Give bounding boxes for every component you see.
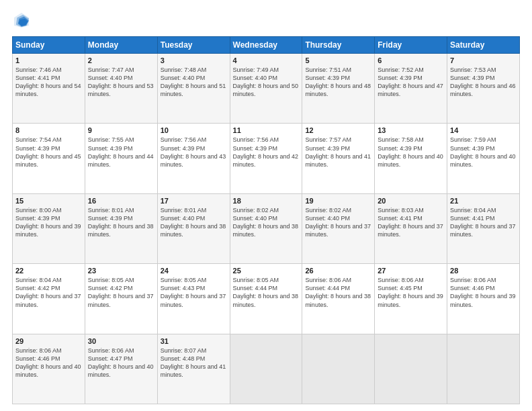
day-number: 14 <box>450 126 517 134</box>
day-info: Sunrise: 8:05 AMSunset: 4:44 PMDaylight:… <box>233 276 300 309</box>
day-number: 1 <box>15 56 82 64</box>
day-number: 8 <box>15 126 82 134</box>
day-number: 24 <box>161 267 227 275</box>
day-cell: 20Sunrise: 8:03 AMSunset: 4:41 PMDayligh… <box>375 193 447 263</box>
day-cell: 10Sunrise: 7:56 AMSunset: 4:39 PMDayligh… <box>157 124 230 193</box>
calendar-body: 1Sunrise: 7:46 AMSunset: 4:41 PMDaylight… <box>13 54 520 404</box>
day-cell: 8Sunrise: 7:54 AMSunset: 4:39 PMDaylight… <box>13 124 85 193</box>
day-cell: 19Sunrise: 8:02 AMSunset: 4:40 PMDayligh… <box>302 193 375 263</box>
day-cell: 24Sunrise: 8:05 AMSunset: 4:43 PMDayligh… <box>157 264 230 334</box>
day-cell: 12Sunrise: 7:57 AMSunset: 4:39 PMDayligh… <box>302 124 375 193</box>
day-number: 4 <box>233 56 300 64</box>
day-number: 19 <box>305 197 371 205</box>
week-row-4: 29Sunrise: 8:06 AMSunset: 4:46 PMDayligh… <box>13 334 520 404</box>
day-info: Sunrise: 7:49 AMSunset: 4:40 PMDaylight:… <box>233 66 300 99</box>
day-cell: 13Sunrise: 7:58 AMSunset: 4:39 PMDayligh… <box>375 124 447 193</box>
day-number: 31 <box>161 337 227 345</box>
day-info: Sunrise: 8:06 AMSunset: 4:46 PMDaylight:… <box>450 276 517 309</box>
day-info: Sunrise: 8:02 AMSunset: 4:40 PMDaylight:… <box>305 206 371 239</box>
header-row: SundayMondayTuesdayWednesdayThursdayFrid… <box>13 37 520 54</box>
day-info: Sunrise: 8:00 AMSunset: 4:39 PMDaylight:… <box>15 206 82 239</box>
day-number: 18 <box>233 197 300 205</box>
day-info: Sunrise: 7:57 AMSunset: 4:39 PMDaylight:… <box>305 136 371 169</box>
week-row-3: 22Sunrise: 8:04 AMSunset: 4:42 PMDayligh… <box>13 264 520 334</box>
day-number: 10 <box>161 126 227 134</box>
day-number: 26 <box>305 267 371 275</box>
day-number: 30 <box>88 337 154 345</box>
day-number: 11 <box>233 126 300 134</box>
day-info: Sunrise: 8:05 AMSunset: 4:43 PMDaylight:… <box>161 276 227 309</box>
day-info: Sunrise: 7:54 AMSunset: 4:39 PMDaylight:… <box>15 136 82 169</box>
calendar-header: SundayMondayTuesdayWednesdayThursdayFrid… <box>13 37 520 54</box>
day-cell: 4Sunrise: 7:49 AMSunset: 4:40 PMDaylight… <box>230 54 302 124</box>
day-cell: 17Sunrise: 8:01 AMSunset: 4:40 PMDayligh… <box>157 193 230 263</box>
day-cell: 7Sunrise: 7:53 AMSunset: 4:39 PMDaylight… <box>447 54 520 124</box>
day-cell: 28Sunrise: 8:06 AMSunset: 4:46 PMDayligh… <box>447 264 520 334</box>
day-of-week-friday: Friday <box>375 37 447 54</box>
day-cell: 22Sunrise: 8:04 AMSunset: 4:42 PMDayligh… <box>13 264 85 334</box>
day-info: Sunrise: 7:51 AMSunset: 4:39 PMDaylight:… <box>305 66 371 99</box>
day-cell <box>302 334 375 404</box>
day-info: Sunrise: 8:06 AMSunset: 4:45 PMDaylight:… <box>378 276 444 309</box>
day-number: 23 <box>88 267 154 275</box>
day-cell: 1Sunrise: 7:46 AMSunset: 4:41 PMDaylight… <box>13 54 85 124</box>
day-cell: 11Sunrise: 7:56 AMSunset: 4:39 PMDayligh… <box>230 124 302 193</box>
day-info: Sunrise: 8:02 AMSunset: 4:40 PMDaylight:… <box>233 206 300 239</box>
day-cell: 9Sunrise: 7:55 AMSunset: 4:39 PMDaylight… <box>85 124 157 193</box>
day-cell: 30Sunrise: 8:06 AMSunset: 4:47 PMDayligh… <box>85 334 157 404</box>
day-cell: 16Sunrise: 8:01 AMSunset: 4:39 PMDayligh… <box>85 193 157 263</box>
day-number: 2 <box>88 56 154 64</box>
day-info: Sunrise: 8:06 AMSunset: 4:47 PMDaylight:… <box>88 347 154 379</box>
day-info: Sunrise: 7:46 AMSunset: 4:41 PMDaylight:… <box>15 66 82 99</box>
day-cell: 6Sunrise: 7:52 AMSunset: 4:39 PMDaylight… <box>375 54 447 124</box>
day-cell: 18Sunrise: 8:02 AMSunset: 4:40 PMDayligh… <box>230 193 302 263</box>
day-cell: 2Sunrise: 7:47 AMSunset: 4:40 PMDaylight… <box>85 54 157 124</box>
day-cell: 29Sunrise: 8:06 AMSunset: 4:46 PMDayligh… <box>13 334 85 404</box>
day-info: Sunrise: 8:05 AMSunset: 4:42 PMDaylight:… <box>88 276 154 309</box>
day-info: Sunrise: 8:07 AMSunset: 4:48 PMDaylight:… <box>161 347 227 379</box>
day-number: 29 <box>15 337 82 345</box>
day-number: 3 <box>161 56 227 64</box>
logo-icon <box>12 11 31 30</box>
day-number: 25 <box>233 267 300 275</box>
day-info: Sunrise: 8:06 AMSunset: 4:44 PMDaylight:… <box>305 276 371 309</box>
day-info: Sunrise: 7:59 AMSunset: 4:39 PMDaylight:… <box>450 136 517 169</box>
day-info: Sunrise: 7:47 AMSunset: 4:40 PMDaylight:… <box>88 66 154 99</box>
day-cell <box>230 334 302 404</box>
day-number: 22 <box>15 267 82 275</box>
day-cell: 26Sunrise: 8:06 AMSunset: 4:44 PMDayligh… <box>302 264 375 334</box>
day-of-week-tuesday: Tuesday <box>157 37 230 54</box>
week-row-2: 15Sunrise: 8:00 AMSunset: 4:39 PMDayligh… <box>13 193 520 263</box>
day-info: Sunrise: 8:04 AMSunset: 4:42 PMDaylight:… <box>15 276 82 309</box>
day-info: Sunrise: 8:03 AMSunset: 4:41 PMDaylight:… <box>378 206 444 239</box>
day-cell: 27Sunrise: 8:06 AMSunset: 4:45 PMDayligh… <box>375 264 447 334</box>
logo <box>12 11 33 30</box>
day-number: 7 <box>450 56 517 64</box>
day-of-week-wednesday: Wednesday <box>230 37 302 54</box>
week-row-1: 8Sunrise: 7:54 AMSunset: 4:39 PMDaylight… <box>13 124 520 193</box>
day-cell: 3Sunrise: 7:48 AMSunset: 4:40 PMDaylight… <box>157 54 230 124</box>
day-cell <box>375 334 447 404</box>
day-of-week-monday: Monday <box>85 37 157 54</box>
calendar-table: SundayMondayTuesdayWednesdayThursdayFrid… <box>12 36 520 404</box>
day-info: Sunrise: 7:55 AMSunset: 4:39 PMDaylight:… <box>88 136 154 169</box>
day-of-week-thursday: Thursday <box>302 37 375 54</box>
day-cell: 23Sunrise: 8:05 AMSunset: 4:42 PMDayligh… <box>85 264 157 334</box>
day-number: 27 <box>378 267 444 275</box>
day-info: Sunrise: 7:48 AMSunset: 4:40 PMDaylight:… <box>161 66 227 99</box>
day-number: 12 <box>305 126 371 134</box>
header <box>12 11 520 30</box>
day-number: 15 <box>15 197 82 205</box>
day-info: Sunrise: 8:01 AMSunset: 4:40 PMDaylight:… <box>161 206 227 239</box>
day-info: Sunrise: 8:04 AMSunset: 4:41 PMDaylight:… <box>450 206 517 239</box>
week-row-0: 1Sunrise: 7:46 AMSunset: 4:41 PMDaylight… <box>13 54 520 124</box>
day-number: 16 <box>88 197 154 205</box>
day-cell: 5Sunrise: 7:51 AMSunset: 4:39 PMDaylight… <box>302 54 375 124</box>
day-info: Sunrise: 7:58 AMSunset: 4:39 PMDaylight:… <box>378 136 444 169</box>
day-cell <box>447 334 520 404</box>
day-number: 9 <box>88 126 154 134</box>
day-info: Sunrise: 7:53 AMSunset: 4:39 PMDaylight:… <box>450 66 517 99</box>
day-info: Sunrise: 7:52 AMSunset: 4:39 PMDaylight:… <box>378 66 444 99</box>
day-of-week-saturday: Saturday <box>447 37 520 54</box>
day-cell: 14Sunrise: 7:59 AMSunset: 4:39 PMDayligh… <box>447 124 520 193</box>
